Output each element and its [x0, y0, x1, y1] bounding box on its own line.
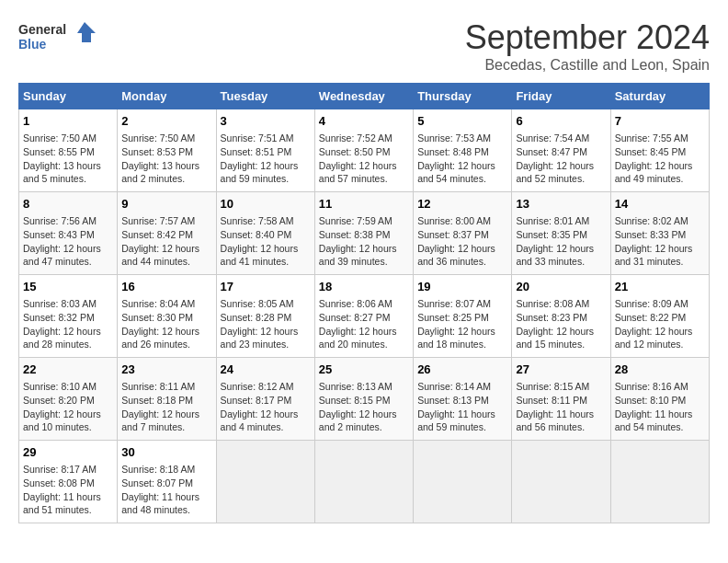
calendar-day: 10Sunrise: 7:58 AM Sunset: 8:40 PM Dayli… — [216, 192, 314, 275]
day-number: 29 — [23, 444, 113, 461]
header: General Blue September 2024 Becedas, Cas… — [18, 18, 710, 74]
day-number: 14 — [615, 196, 705, 213]
calendar-day: 19Sunrise: 8:07 AM Sunset: 8:25 PM Dayli… — [414, 275, 512, 358]
calendar-day: 2Sunrise: 7:50 AM Sunset: 8:53 PM Daylig… — [118, 109, 216, 192]
day-info: Sunrise: 8:02 AM Sunset: 8:33 PM Dayligh… — [615, 214, 705, 269]
day-info: Sunrise: 8:18 AM Sunset: 8:07 PM Dayligh… — [121, 463, 211, 517]
calendar-day: 14Sunrise: 8:02 AM Sunset: 8:33 PM Dayli… — [610, 192, 709, 275]
day-number: 6 — [516, 113, 606, 130]
weekday-header-sunday: Sunday — [19, 84, 118, 109]
calendar-day: 18Sunrise: 8:06 AM Sunset: 8:27 PM Dayli… — [314, 275, 413, 358]
day-number: 17 — [221, 279, 311, 295]
calendar-day: 25Sunrise: 8:13 AM Sunset: 8:15 PM Dayli… — [314, 358, 413, 441]
day-info: Sunrise: 8:00 AM Sunset: 8:37 PM Dayligh… — [417, 214, 507, 269]
weekday-header-thursday: Thursday — [414, 84, 512, 109]
day-info: Sunrise: 8:16 AM Sunset: 8:10 PM Dayligh… — [615, 380, 705, 434]
day-info: Sunrise: 8:08 AM Sunset: 8:23 PM Dayligh… — [516, 297, 606, 351]
day-info: Sunrise: 7:53 AM Sunset: 8:48 PM Dayligh… — [417, 132, 507, 186]
day-number: 21 — [615, 279, 705, 295]
day-number: 13 — [516, 196, 606, 213]
day-number: 15 — [23, 279, 113, 295]
day-number: 28 — [615, 362, 705, 378]
calendar-day: 24Sunrise: 8:12 AM Sunset: 8:17 PM Dayli… — [216, 358, 314, 441]
day-info: Sunrise: 7:51 AM Sunset: 8:51 PM Dayligh… — [221, 132, 311, 186]
calendar-day — [610, 441, 709, 523]
calendar-week-3: 15Sunrise: 8:03 AM Sunset: 8:32 PM Dayli… — [19, 275, 710, 358]
page-title: September 2024 — [465, 18, 710, 57]
svg-text:Blue: Blue — [18, 37, 47, 52]
calendar-day — [314, 441, 413, 523]
logo: General Blue — [18, 18, 101, 55]
calendar-day: 16Sunrise: 8:04 AM Sunset: 8:30 PM Dayli… — [118, 275, 216, 358]
svg-text:General: General — [18, 22, 66, 37]
calendar-day: 21Sunrise: 8:09 AM Sunset: 8:22 PM Dayli… — [610, 275, 709, 358]
title-area: September 2024 Becedas, Castille and Leo… — [465, 18, 710, 74]
day-info: Sunrise: 8:09 AM Sunset: 8:22 PM Dayligh… — [615, 297, 705, 351]
day-info: Sunrise: 7:58 AM Sunset: 8:40 PM Dayligh… — [221, 214, 311, 269]
day-number: 12 — [417, 196, 507, 213]
weekday-header-tuesday: Tuesday — [216, 84, 314, 109]
day-info: Sunrise: 8:05 AM Sunset: 8:28 PM Dayligh… — [221, 297, 311, 351]
day-info: Sunrise: 7:57 AM Sunset: 8:42 PM Dayligh… — [121, 214, 211, 269]
calendar-day: 26Sunrise: 8:14 AM Sunset: 8:13 PM Dayli… — [414, 358, 512, 441]
day-number: 7 — [615, 113, 705, 130]
day-number: 1 — [23, 113, 113, 130]
day-info: Sunrise: 8:10 AM Sunset: 8:20 PM Dayligh… — [23, 380, 113, 434]
day-info: Sunrise: 8:17 AM Sunset: 8:08 PM Dayligh… — [23, 463, 113, 517]
calendar-table: SundayMondayTuesdayWednesdayThursdayFrid… — [18, 83, 710, 523]
day-number: 16 — [121, 279, 211, 295]
day-number: 18 — [319, 279, 409, 295]
day-number: 25 — [319, 362, 409, 378]
calendar-day: 8Sunrise: 7:56 AM Sunset: 8:43 PM Daylig… — [19, 192, 118, 275]
day-info: Sunrise: 8:04 AM Sunset: 8:30 PM Dayligh… — [121, 297, 211, 351]
day-info: Sunrise: 8:06 AM Sunset: 8:27 PM Dayligh… — [319, 297, 409, 351]
day-number: 8 — [23, 196, 113, 213]
day-number: 3 — [221, 113, 311, 130]
day-info: Sunrise: 8:15 AM Sunset: 8:11 PM Dayligh… — [516, 380, 606, 434]
calendar-day: 27Sunrise: 8:15 AM Sunset: 8:11 PM Dayli… — [512, 358, 610, 441]
calendar-day: 7Sunrise: 7:55 AM Sunset: 8:45 PM Daylig… — [610, 109, 709, 192]
day-info: Sunrise: 8:13 AM Sunset: 8:15 PM Dayligh… — [319, 380, 409, 434]
calendar-day: 4Sunrise: 7:52 AM Sunset: 8:50 PM Daylig… — [314, 109, 413, 192]
day-info: Sunrise: 7:52 AM Sunset: 8:50 PM Dayligh… — [319, 132, 409, 186]
day-number: 23 — [121, 362, 211, 378]
svg-marker-2 — [77, 22, 96, 42]
day-info: Sunrise: 7:56 AM Sunset: 8:43 PM Dayligh… — [23, 214, 113, 269]
calendar-day: 22Sunrise: 8:10 AM Sunset: 8:20 PM Dayli… — [19, 358, 118, 441]
day-info: Sunrise: 7:50 AM Sunset: 8:53 PM Dayligh… — [121, 132, 211, 186]
calendar-day: 20Sunrise: 8:08 AM Sunset: 8:23 PM Dayli… — [512, 275, 610, 358]
day-number: 10 — [221, 196, 311, 213]
page-subtitle: Becedas, Castille and Leon, Spain — [465, 57, 710, 74]
day-info: Sunrise: 7:55 AM Sunset: 8:45 PM Dayligh… — [615, 132, 705, 186]
day-number: 4 — [319, 113, 409, 130]
day-info: Sunrise: 7:54 AM Sunset: 8:47 PM Dayligh… — [516, 132, 606, 186]
day-number: 19 — [417, 279, 507, 295]
calendar-week-1: 1Sunrise: 7:50 AM Sunset: 8:55 PM Daylig… — [19, 109, 710, 192]
day-info: Sunrise: 7:59 AM Sunset: 8:38 PM Dayligh… — [319, 214, 409, 269]
calendar-day: 9Sunrise: 7:57 AM Sunset: 8:42 PM Daylig… — [118, 192, 216, 275]
calendar-day: 12Sunrise: 8:00 AM Sunset: 8:37 PM Dayli… — [414, 192, 512, 275]
day-number: 11 — [319, 196, 409, 213]
calendar-day: 29Sunrise: 8:17 AM Sunset: 8:08 PM Dayli… — [19, 441, 118, 523]
day-number: 24 — [221, 362, 311, 378]
weekday-header-row: SundayMondayTuesdayWednesdayThursdayFrid… — [19, 84, 710, 109]
weekday-header-friday: Friday — [512, 84, 610, 109]
calendar-day — [414, 441, 512, 523]
day-number: 27 — [516, 362, 606, 378]
weekday-header-monday: Monday — [118, 84, 216, 109]
day-info: Sunrise: 8:11 AM Sunset: 8:18 PM Dayligh… — [121, 380, 211, 434]
day-info: Sunrise: 8:14 AM Sunset: 8:13 PM Dayligh… — [417, 380, 507, 434]
day-number: 22 — [23, 362, 113, 378]
weekday-header-wednesday: Wednesday — [314, 84, 413, 109]
day-info: Sunrise: 8:12 AM Sunset: 8:17 PM Dayligh… — [221, 380, 311, 434]
weekday-header-saturday: Saturday — [610, 84, 709, 109]
day-info: Sunrise: 8:01 AM Sunset: 8:35 PM Dayligh… — [516, 214, 606, 269]
day-number: 9 — [121, 196, 211, 213]
day-number: 26 — [417, 362, 507, 378]
calendar-day: 5Sunrise: 7:53 AM Sunset: 8:48 PM Daylig… — [414, 109, 512, 192]
day-info: Sunrise: 8:03 AM Sunset: 8:32 PM Dayligh… — [23, 297, 113, 351]
calendar-day: 17Sunrise: 8:05 AM Sunset: 8:28 PM Dayli… — [216, 275, 314, 358]
day-info: Sunrise: 7:50 AM Sunset: 8:55 PM Dayligh… — [23, 132, 113, 186]
day-info: Sunrise: 8:07 AM Sunset: 8:25 PM Dayligh… — [417, 297, 507, 351]
calendar-week-4: 22Sunrise: 8:10 AM Sunset: 8:20 PM Dayli… — [19, 358, 710, 441]
